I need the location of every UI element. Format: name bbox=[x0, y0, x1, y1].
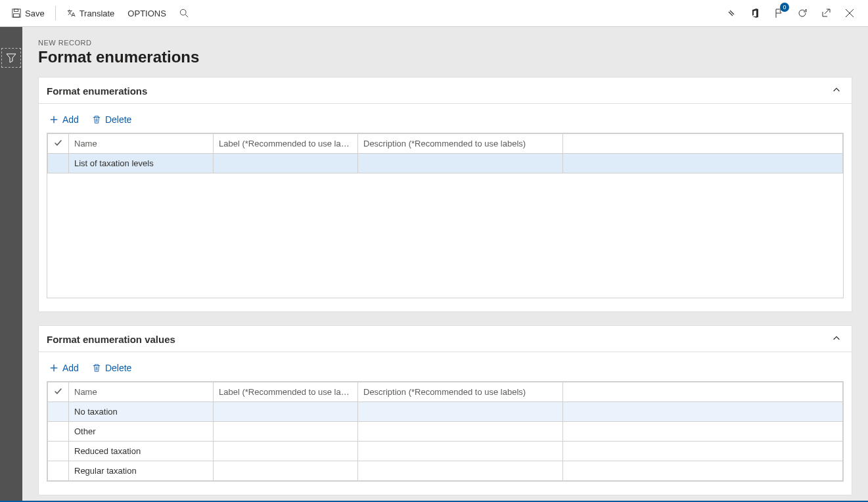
link-icon[interactable] bbox=[725, 7, 738, 20]
plus-icon bbox=[49, 363, 58, 373]
cell-name[interactable]: List of taxation levels bbox=[69, 154, 214, 173]
translate-icon bbox=[66, 9, 76, 18]
cell-label[interactable] bbox=[214, 422, 358, 442]
translate-button[interactable]: Translate bbox=[60, 6, 122, 21]
cell-name[interactable]: Regular taxation bbox=[69, 461, 214, 481]
cell-label[interactable] bbox=[214, 402, 358, 422]
cell-description[interactable] bbox=[358, 461, 563, 481]
cell-label[interactable] bbox=[214, 461, 358, 481]
table-row[interactable]: Regular taxation bbox=[48, 461, 843, 481]
cell-blank bbox=[563, 442, 843, 461]
row-checkbox-cell[interactable] bbox=[48, 442, 69, 461]
options-label: OPTIONS bbox=[127, 9, 166, 18]
table-row[interactable]: Other bbox=[48, 422, 843, 442]
popout-button[interactable] bbox=[819, 7, 833, 20]
cell-description[interactable] bbox=[358, 442, 563, 461]
cell-blank bbox=[563, 402, 843, 422]
cell-blank bbox=[563, 422, 843, 442]
chevron-up-icon bbox=[832, 334, 841, 343]
chevron-up-icon bbox=[832, 85, 841, 95]
cell-description[interactable] bbox=[358, 154, 563, 173]
row-checkbox-cell[interactable] bbox=[48, 402, 69, 422]
delete-label: Delete bbox=[105, 114, 131, 125]
search-icon bbox=[179, 9, 189, 18]
row-checkbox-cell[interactable] bbox=[48, 461, 69, 481]
col-name[interactable]: Name bbox=[69, 134, 214, 154]
collapse-button[interactable] bbox=[832, 85, 841, 97]
filter-button[interactable] bbox=[1, 48, 21, 68]
col-label[interactable]: Label (*Recommended to use labels) bbox=[214, 134, 358, 154]
col-name[interactable]: Name bbox=[69, 382, 214, 402]
translate-label: Translate bbox=[80, 9, 115, 18]
enumerations-card: Format enumerations Add Delete bbox=[38, 77, 852, 312]
refresh-button[interactable] bbox=[796, 7, 809, 20]
cell-blank bbox=[563, 154, 843, 173]
close-button[interactable] bbox=[843, 7, 856, 20]
row-checkbox-cell[interactable] bbox=[48, 422, 69, 442]
sidebar bbox=[0, 27, 22, 501]
enumerations-grid[interactable]: Name Label (*Recommended to use labels) … bbox=[47, 133, 843, 173]
filter-icon bbox=[6, 53, 16, 63]
delete-button[interactable]: Delete bbox=[92, 114, 131, 125]
grid-header-row: Name Label (*Recommended to use labels) … bbox=[48, 382, 843, 402]
trash-icon bbox=[92, 115, 101, 124]
trash-icon bbox=[92, 363, 101, 373]
enumerations-card-title: Format enumerations bbox=[47, 85, 147, 97]
cell-label[interactable] bbox=[214, 154, 358, 173]
svg-rect-2 bbox=[14, 14, 20, 17]
collapse-button[interactable] bbox=[832, 334, 841, 345]
col-desc[interactable]: Description (*Recommended to use labels) bbox=[358, 382, 563, 402]
options-button[interactable]: OPTIONS bbox=[121, 6, 173, 21]
save-label: Save bbox=[25, 9, 45, 18]
office-icon[interactable] bbox=[748, 7, 762, 20]
col-label[interactable]: Label (*Recommended to use labels) bbox=[214, 382, 358, 402]
notification-badge: 0 bbox=[780, 3, 789, 12]
svg-rect-1 bbox=[14, 9, 18, 12]
col-desc[interactable]: Description (*Recommended to use labels) bbox=[358, 134, 563, 154]
breadcrumb: NEW RECORD bbox=[38, 39, 852, 47]
values-card-title: Format enumeration values bbox=[47, 334, 175, 345]
col-blank bbox=[563, 134, 843, 154]
add-button[interactable]: Add bbox=[49, 114, 79, 125]
table-row[interactable]: No taxation bbox=[48, 402, 843, 422]
row-checkbox-cell[interactable] bbox=[48, 154, 69, 173]
values-card: Format enumeration values Add Delete bbox=[38, 325, 852, 495]
cell-description[interactable] bbox=[358, 422, 563, 442]
values-card-header[interactable]: Format enumeration values bbox=[39, 326, 852, 352]
svg-line-4 bbox=[185, 14, 188, 17]
plus-icon bbox=[49, 115, 58, 124]
table-row[interactable]: Reduced taxation bbox=[48, 442, 843, 461]
table-row[interactable]: List of taxation levels bbox=[48, 154, 843, 173]
enumerations-card-header[interactable]: Format enumerations bbox=[39, 78, 852, 104]
values-grid[interactable]: Name Label (*Recommended to use labels) … bbox=[47, 382, 843, 481]
delete-label: Delete bbox=[105, 363, 131, 373]
refresh-icon bbox=[797, 8, 808, 18]
separator bbox=[55, 6, 56, 20]
page-title: Format enumerations bbox=[38, 48, 852, 66]
add-button[interactable]: Add bbox=[49, 363, 79, 373]
svg-point-3 bbox=[180, 9, 186, 15]
content: NEW RECORD Format enumerations Format en… bbox=[22, 27, 868, 501]
col-blank bbox=[563, 382, 843, 402]
cell-name[interactable]: No taxation bbox=[69, 402, 214, 422]
cell-name[interactable]: Reduced taxation bbox=[69, 442, 214, 461]
popout-icon bbox=[821, 8, 831, 18]
notifications-button[interactable]: 0 bbox=[772, 7, 785, 20]
save-button[interactable]: Save bbox=[5, 6, 51, 21]
cell-label[interactable] bbox=[214, 442, 358, 461]
add-label: Add bbox=[62, 363, 79, 373]
delete-button[interactable]: Delete bbox=[92, 363, 131, 373]
cell-blank bbox=[563, 461, 843, 481]
select-all-checkbox[interactable] bbox=[48, 382, 69, 402]
cell-description[interactable] bbox=[358, 402, 563, 422]
check-icon bbox=[54, 139, 62, 147]
check-icon bbox=[54, 387, 62, 396]
toolbar: Save Translate OPTIONS 0 bbox=[0, 0, 868, 27]
add-label: Add bbox=[62, 114, 79, 125]
cell-name[interactable]: Other bbox=[69, 422, 214, 442]
close-icon bbox=[844, 8, 855, 18]
grid-header-row: Name Label (*Recommended to use labels) … bbox=[48, 134, 843, 154]
search-button[interactable] bbox=[173, 6, 199, 20]
select-all-checkbox[interactable] bbox=[48, 134, 69, 154]
save-icon bbox=[12, 9, 21, 18]
